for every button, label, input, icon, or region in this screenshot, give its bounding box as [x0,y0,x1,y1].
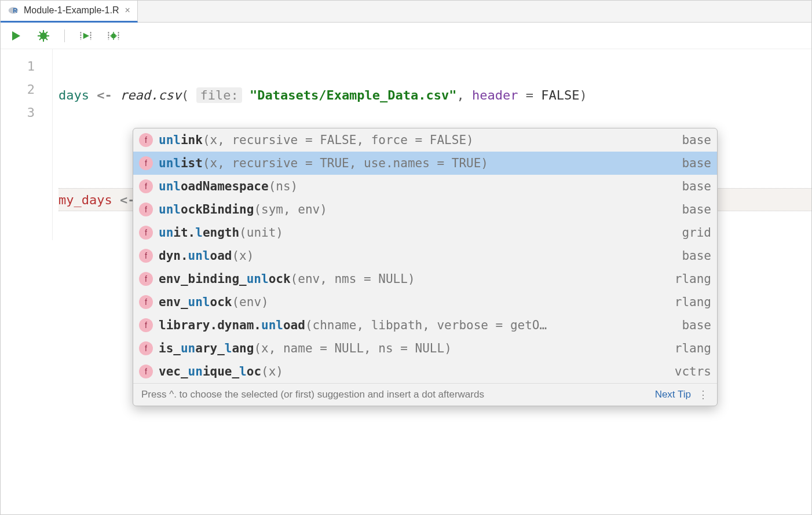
completion-package: vctrs [669,365,711,378]
svg-text:R: R [13,7,17,14]
completion-package: base [676,133,711,147]
autocomplete-item[interactable]: funlink(x, recursive = FALSE, force = FA… [133,128,717,152]
autocomplete-item[interactable]: funit.length(unit)grid [133,221,717,244]
completion-package: base [676,249,711,263]
run-button[interactable] [9,29,23,43]
footer-hint: Press ^. to choose the selected (or firs… [141,389,648,400]
completion-signature: unit.length(unit) [159,226,670,240]
inlay-hint: file: [196,87,242,103]
autocomplete-popup[interactable]: funlink(x, recursive = FALSE, force = FA… [133,128,718,406]
kebab-menu-icon[interactable]: ⋮ [698,388,709,401]
next-tip-link[interactable]: Next Tip [655,389,691,400]
completion-package: rlang [669,295,711,309]
completion-signature: env_unlock(env) [159,295,663,309]
function-badge-icon: f [139,226,153,240]
run-selection-button[interactable] [79,29,93,43]
function-badge-icon: f [139,295,153,309]
function-badge-icon: f [139,365,153,378]
completion-signature: unlockBinding(sym, env) [159,203,670,216]
svg-point-11 [111,33,116,38]
completion-package: base [676,318,711,332]
file-tab[interactable]: R Module-1-Example-1.R × [1,1,138,23]
line-number: 3 [1,101,52,124]
function-badge-icon: f [139,272,153,286]
tab-bar: R Module-1-Example-1.R × [1,1,811,23]
function-badge-icon: f [139,156,153,170]
function-badge-icon: f [139,179,153,193]
toolbar [1,23,811,49]
function-badge-icon: f [139,133,153,147]
completion-package: base [676,203,711,216]
tab-label: Module-1-Example-1.R [24,5,119,16]
svg-line-8 [46,38,47,40]
completion-package: rlang [669,272,711,286]
autocomplete-item[interactable]: funlockBinding(sym, env)base [133,198,717,221]
close-icon[interactable]: × [125,5,130,16]
completion-signature: env_binding_unlock(env, nms = NULL) [159,272,663,286]
function-badge-icon: f [139,341,153,355]
completion-package: base [676,156,711,170]
completion-package: grid [676,226,711,240]
completion-package: rlang [669,341,711,355]
completion-signature: unloadNamespace(ns) [159,179,670,193]
completion-signature: is_unary_lang(x, name = NULL, ns = NULL) [159,341,663,355]
completion-signature: library.dynam.unload(chname, libpath, ve… [159,318,670,332]
completion-signature: dyn.unload(x) [159,249,670,263]
autocomplete-item[interactable]: fis_unary_lang(x, name = NULL, ns = NULL… [133,337,717,360]
autocomplete-item[interactable]: fvec_unique_loc(x)vctrs [133,360,717,383]
function-badge-icon: f [139,318,153,332]
svg-line-7 [39,32,41,34]
function-badge-icon: f [139,203,153,216]
toolbar-separator [64,30,65,42]
svg-line-9 [39,38,41,40]
debug-button[interactable] [36,29,50,43]
completion-signature: vec_unique_loc(x) [159,365,663,378]
completion-signature: unlink(x, recursive = FALSE, force = FAL… [159,133,670,147]
line-number: 2 [1,78,52,101]
function-badge-icon: f [139,249,153,263]
autocomplete-item[interactable]: flibrary.dynam.unload(chname, libpath, v… [133,314,717,337]
autocomplete-item[interactable]: fenv_binding_unlock(env, nms = NULL)rlan… [133,267,717,290]
gutter: 1 2 3 [1,49,53,240]
autocomplete-item[interactable]: fdyn.unload(x)base [133,244,717,267]
completion-package: base [676,179,711,193]
autocomplete-footer: Press ^. to choose the selected (or firs… [133,383,717,406]
svg-line-10 [46,32,47,34]
autocomplete-list: funlink(x, recursive = FALSE, force = FA… [133,128,717,383]
autocomplete-item[interactable]: fenv_unlock(env)rlang [133,290,717,314]
autocomplete-item[interactable]: funloadNamespace(ns)base [133,175,717,198]
autocomplete-item[interactable]: funlist(x, recursive = TRUE, use.names =… [133,152,717,175]
debug-selection-button[interactable] [107,29,120,43]
code-line: days <- read.csv( file: "Datasets/Exampl… [58,84,811,107]
line-number: 1 [1,55,52,78]
completion-signature: unlist(x, recursive = TRUE, use.names = … [159,156,670,170]
r-file-icon: R [8,5,19,16]
